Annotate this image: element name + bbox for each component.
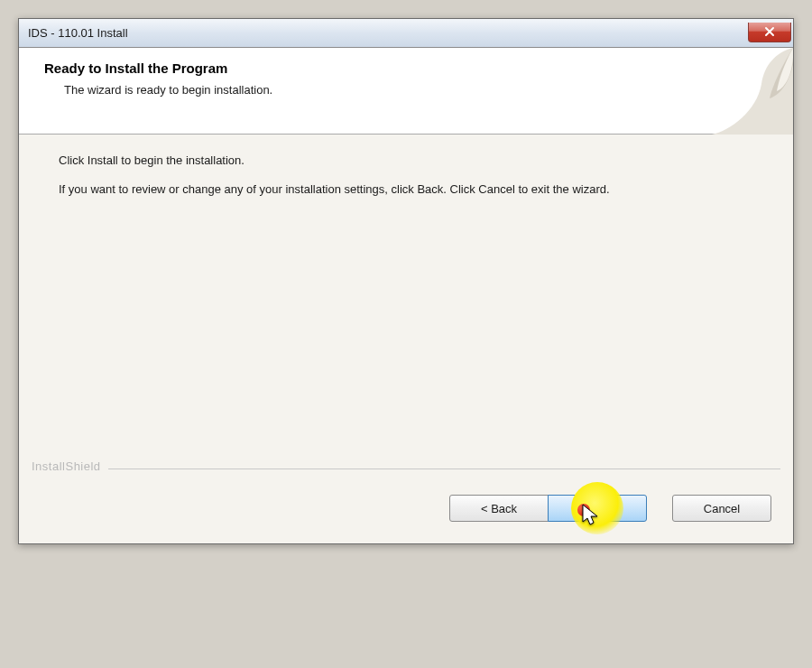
titlebar[interactable]: IDS - 110.01 Install xyxy=(19,19,793,48)
page-title: Ready to Install the Program xyxy=(44,60,272,76)
cancel-button[interactable]: Cancel xyxy=(672,495,771,522)
instruction-line-2: If you want to review or change any of y… xyxy=(59,181,761,198)
header-text-block: Ready to Install the Program The wizard … xyxy=(19,48,272,134)
divider xyxy=(108,469,780,469)
brand-footer: InstallShield xyxy=(19,459,793,478)
back-button[interactable]: < Back xyxy=(449,495,549,522)
page-curl-decoration xyxy=(694,48,793,135)
button-row: < Back Install Cancel xyxy=(19,478,793,543)
close-button[interactable] xyxy=(748,23,791,42)
install-button[interactable]: Install xyxy=(548,495,647,522)
close-icon xyxy=(764,24,775,41)
installer-window: IDS - 110.01 Install Ready to Install th… xyxy=(18,18,794,544)
back-install-group: < Back Install xyxy=(449,495,647,522)
brand-label: InstallShield xyxy=(32,459,101,475)
install-button-label: Install xyxy=(582,502,613,515)
wizard-header: Ready to Install the Program The wizard … xyxy=(19,48,793,135)
content-area: Click Install to begin the installation.… xyxy=(19,135,793,459)
page-subtitle: The wizard is ready to begin installatio… xyxy=(44,83,272,97)
window-title: IDS - 110.01 Install xyxy=(28,26,128,40)
instruction-line-1: Click Install to begin the installation. xyxy=(59,153,761,169)
